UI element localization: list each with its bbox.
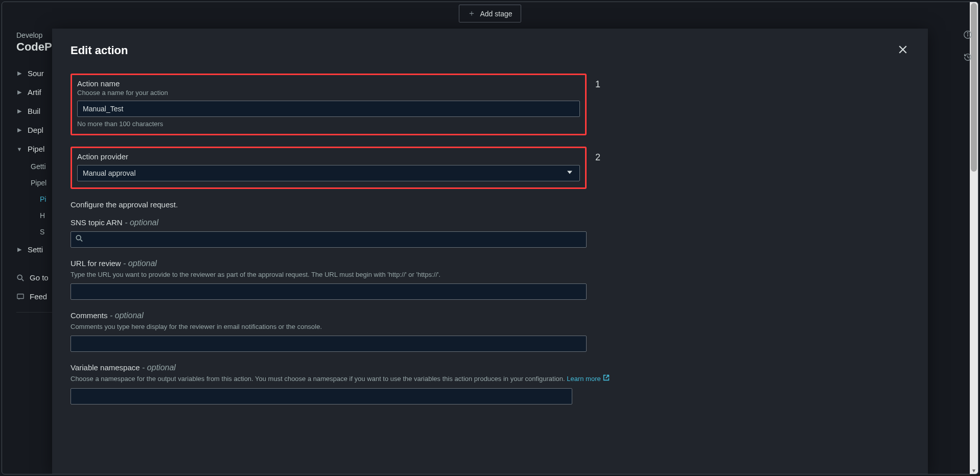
right-rail bbox=[961, 30, 975, 64]
sidebar-item-label: Pi bbox=[40, 195, 46, 203]
annotation-box-1: 1 Action name Choose a name for your act… bbox=[71, 74, 587, 135]
scrollbar-thumb[interactable] bbox=[971, 3, 977, 172]
caret-down-icon: ▼ bbox=[16, 146, 22, 152]
comments-input[interactable] bbox=[71, 336, 587, 352]
comments-label: Comments bbox=[71, 311, 108, 320]
svg-point-0 bbox=[17, 275, 22, 279]
action-provider-select[interactable] bbox=[77, 165, 580, 181]
svg-rect-2 bbox=[17, 294, 24, 298]
sidebar-item-label: Buil bbox=[28, 107, 40, 115]
goto-label: Go to bbox=[30, 273, 49, 282]
url-review-input[interactable] bbox=[71, 283, 587, 300]
action-name-constraint: No more than 100 characters bbox=[77, 120, 580, 128]
sns-topic-input[interactable] bbox=[71, 231, 587, 248]
history-icon[interactable] bbox=[963, 53, 972, 64]
sidebar-item-label: Depl bbox=[28, 126, 43, 134]
comments-optional: - optional bbox=[110, 311, 144, 320]
scroll-down-icon[interactable]: ▼ bbox=[971, 468, 977, 474]
add-stage-label: Add stage bbox=[480, 10, 512, 18]
sidebar-item-label: Getti bbox=[31, 162, 46, 171]
sidebar-item-label: Setti bbox=[28, 245, 43, 254]
external-link-icon bbox=[603, 374, 610, 384]
add-stage-button[interactable]: ＋ Add stage bbox=[459, 5, 521, 22]
var-ns-optional: - optional bbox=[142, 363, 176, 372]
comments-hint: Comments you type here display for the r… bbox=[71, 322, 587, 331]
learn-more-link[interactable]: Learn more bbox=[567, 374, 609, 384]
caret-right-icon: ▶ bbox=[16, 108, 22, 114]
var-ns-hint: Choose a namespace for the output variab… bbox=[71, 374, 612, 384]
svg-line-10 bbox=[81, 240, 83, 242]
variable-namespace-input[interactable] bbox=[71, 388, 572, 404]
annotation-box-2: 2 Action provider bbox=[71, 147, 587, 189]
svg-point-9 bbox=[76, 235, 81, 240]
svg-line-11 bbox=[605, 375, 609, 378]
action-name-input[interactable] bbox=[77, 101, 580, 117]
comments-field: Comments - optional Comments you type he… bbox=[71, 311, 587, 352]
action-name-label: Action name bbox=[77, 79, 580, 88]
url-review-field: URL for review - optional Type the URL y… bbox=[71, 259, 587, 300]
plus-icon: ＋ bbox=[468, 8, 476, 19]
caret-right-icon: ▶ bbox=[16, 127, 22, 133]
sns-topic-field: SNS topic ARN - optional bbox=[71, 218, 587, 248]
action-provider-label: Action provider bbox=[77, 152, 580, 161]
scrollbar-track[interactable]: ▲ ▼ bbox=[970, 2, 978, 474]
sns-optional: - optional bbox=[125, 218, 158, 227]
configure-text: Configure the approval request. bbox=[71, 200, 909, 209]
feedback-label: Feed bbox=[30, 292, 47, 301]
sidebar-item-label: Sour bbox=[28, 69, 44, 78]
sidebar-item-label: Artif bbox=[28, 88, 41, 97]
top-bar: ＋ Add stage bbox=[2, 2, 978, 25]
annotation-number-2: 2 bbox=[595, 152, 600, 163]
sidebar-item-label: Pipel bbox=[28, 145, 44, 153]
sidebar-item-label: Pipel bbox=[31, 179, 46, 187]
annotation-number-1: 1 bbox=[595, 79, 600, 90]
var-ns-label: Variable namespace bbox=[71, 363, 140, 372]
url-review-optional: - optional bbox=[123, 259, 157, 268]
svg-line-1 bbox=[22, 279, 24, 281]
svg-point-5 bbox=[967, 33, 968, 33]
url-review-label: URL for review bbox=[71, 259, 121, 268]
sidebar-item-label: H bbox=[40, 211, 45, 220]
info-icon[interactable] bbox=[963, 30, 972, 41]
action-name-hint: Choose a name for your action bbox=[77, 89, 580, 97]
sns-label: SNS topic ARN bbox=[71, 218, 123, 227]
edit-action-modal: Edit action 1 Action name Choose a name … bbox=[52, 29, 928, 474]
sidebar-item-label: S bbox=[40, 228, 44, 236]
url-review-hint: Type the URL you want to provide to the … bbox=[71, 270, 587, 279]
search-icon bbox=[16, 274, 25, 282]
caret-right-icon: ▶ bbox=[16, 70, 22, 77]
close-button[interactable] bbox=[896, 43, 909, 58]
variable-namespace-field: Variable namespace - optional Choose a n… bbox=[71, 363, 612, 404]
caret-right-icon: ▶ bbox=[16, 246, 22, 253]
caret-right-icon: ▶ bbox=[16, 89, 22, 96]
feedback-icon bbox=[16, 293, 25, 301]
search-icon bbox=[76, 235, 83, 244]
modal-title: Edit action bbox=[71, 44, 128, 57]
